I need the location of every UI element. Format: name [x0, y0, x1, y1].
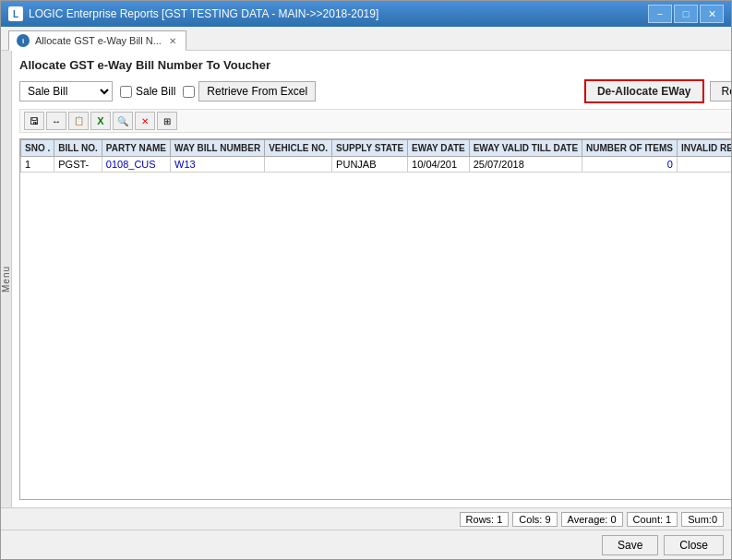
top-controls: Sale Bill Purchase Bill Sale Bill Retrie… [19, 79, 731, 103]
sale-bill-checkbox-label: Sale Bill [120, 85, 175, 98]
retrieve-button[interactable]: Retrieve From Excel [198, 81, 316, 101]
tab-label: Allocate GST e-Way Bill N... [35, 35, 162, 46]
refresh-button[interactable]: Refresh [710, 81, 731, 101]
sale-bill-label: Sale Bill [136, 85, 175, 98]
retrieve-checkbox-label: Retrieve From Excel [183, 81, 316, 101]
cell-bill_no: PGST- [54, 157, 102, 173]
average-status: Average: 0 [561, 512, 623, 527]
col-eway-date: EWAY DATE [408, 140, 470, 157]
excel-icon: X [97, 115, 103, 126]
copy-icon: 📋 [74, 116, 84, 125]
left-sidebar-text: Menu [1, 266, 11, 292]
rows-status: Rows: 1 [460, 512, 510, 527]
col-bill-no: BILL NO. [54, 140, 102, 157]
main-window: L LOGIC Enterprise Reports [GST TESTING … [0, 0, 732, 560]
minimize-button[interactable]: − [648, 5, 672, 23]
cols-status: Cols: 9 [512, 512, 557, 527]
close-button[interactable]: Close [664, 535, 724, 555]
col-invalid-remarks: INVALID REMARKS [677, 140, 731, 157]
cell-number_of_items: 0 [582, 157, 678, 173]
expand-button[interactable]: ↔ [46, 112, 66, 130]
search-button[interactable]: 🔍 [113, 112, 133, 130]
delete-icon: ✕ [141, 116, 149, 126]
title-bar: L LOGIC Enterprise Reports [GST TESTING … [1, 1, 731, 27]
cell-invalid_remarks [677, 157, 731, 173]
main-content: Allocate GST e-Way Bill Number To Vouche… [12, 51, 731, 507]
grid-icon: ⊞ [163, 116, 171, 126]
excel-button[interactable]: X [90, 112, 111, 130]
toolbar: 🖫 ↔ 📋 X 🔍 ✕ ⊞ [19, 109, 731, 133]
tab-bar: i Allocate GST e-Way Bill N... ✕ [1, 27, 731, 51]
table-wrapper: SNO . BILL NO. PARTY NAME WAY BILL NUMBE… [19, 138, 731, 500]
table-header-row: SNO . BILL NO. PARTY NAME WAY BILL NUMBE… [21, 140, 732, 157]
status-bar: Rows: 1 Cols: 9 Average: 0 Count: 1 Sum:… [1, 507, 731, 530]
col-number-of-items: NUMBER OF ITEMS [582, 140, 678, 157]
copy-button[interactable]: 📋 [68, 112, 89, 130]
cell-eway_valid_till_date: 25/07/2018 [469, 157, 582, 173]
table-row[interactable]: 1PGST-0108_CUSW13PUNJAB10/04/20125/07/20… [21, 157, 732, 173]
data-table: SNO . BILL NO. PARTY NAME WAY BILL NUMBE… [20, 139, 731, 173]
search-icon: 🔍 [117, 116, 128, 126]
save-button[interactable]: Save [602, 535, 658, 555]
save-grid-button[interactable]: 🖫 [24, 112, 44, 130]
tab-icon: i [17, 34, 30, 47]
bill-type-dropdown[interactable]: Sale Bill Purchase Bill [19, 81, 113, 101]
bottom-bar: Save Close [1, 530, 731, 559]
sum-status: Sum:0 [681, 512, 724, 527]
cell-way_bill_number: W13 [171, 157, 265, 173]
delete-button[interactable]: ✕ [135, 112, 155, 130]
content-area: Menu Allocate GST e-Way Bill Number To V… [1, 51, 731, 507]
left-sidebar: Menu [1, 51, 12, 507]
window-title: LOGIC Enterprise Reports [GST TESTING DA… [29, 7, 378, 20]
col-vehicle-no: VEHICLE NO. [265, 140, 332, 157]
grid-view-button[interactable]: ⊞ [157, 112, 177, 130]
cell-eway_date: 10/04/201 [408, 157, 470, 173]
de-allocate-button[interactable]: De-Allocate EWay [584, 79, 704, 103]
col-eway-valid-till-date: EWAY VALID TILL DATE [469, 140, 582, 157]
col-sno: SNO . [21, 140, 54, 157]
col-way-bill-number: WAY BILL NUMBER [171, 140, 265, 157]
col-supply-state: SUPPLY STATE [332, 140, 408, 157]
tab-close-button[interactable]: ✕ [167, 36, 178, 46]
expand-icon: ↔ [52, 116, 61, 126]
cell-vehicle_no [265, 157, 332, 173]
count-status: Count: 1 [627, 512, 678, 527]
col-party-name: PARTY NAME [102, 140, 170, 157]
app-icon: L [8, 6, 23, 21]
save-grid-icon: 🖫 [30, 116, 39, 126]
tab-allocate-gst[interactable]: i Allocate GST e-Way Bill N... ✕ [8, 30, 186, 51]
sale-bill-checkbox[interactable] [120, 86, 132, 98]
page-title: Allocate GST e-Way Bill Number To Vouche… [19, 58, 731, 72]
window-close-button[interactable]: ✕ [700, 5, 724, 23]
cell-party_name: 0108_CUS [102, 157, 170, 173]
retrieve-checkbox[interactable] [183, 86, 195, 98]
cell-supply_state: PUNJAB [332, 157, 408, 173]
maximize-button[interactable]: □ [674, 5, 698, 23]
cell-sno: 1 [21, 157, 54, 173]
